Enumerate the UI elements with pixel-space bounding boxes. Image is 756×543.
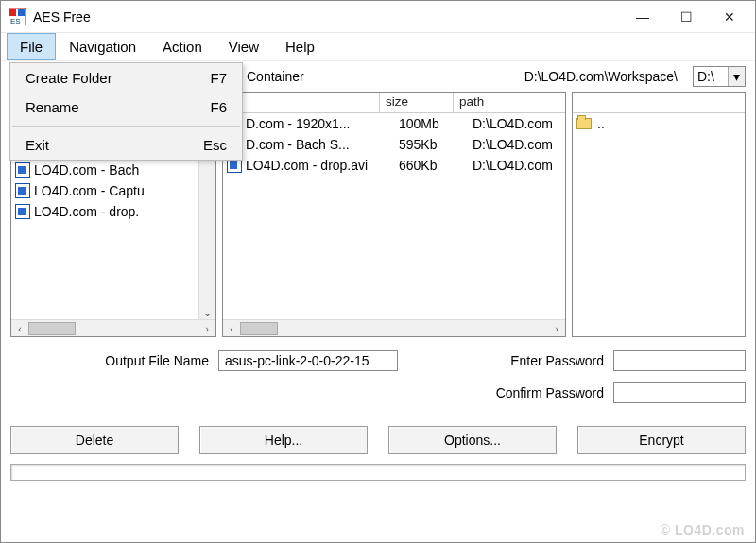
file-icon — [15, 162, 30, 178]
scrollbar-horizontal[interactable]: ‹ › — [11, 319, 215, 336]
folder-up-icon — [576, 118, 592, 129]
cell-size: 100Mb — [399, 116, 472, 131]
chevron-right-icon: › — [198, 323, 215, 334]
file-icon — [15, 183, 30, 198]
button-row: Delete Help... Options... Encrypt — [1, 420, 755, 462]
menu-action[interactable]: Action — [149, 33, 215, 60]
list-item[interactable]: LO4D.com - drop. — [11, 201, 215, 222]
chevron-down-icon: ⌄ — [203, 307, 212, 319]
right-file-list[interactable]: .. — [573, 113, 745, 336]
form-area: Output File Name Enter Password Confirm … — [1, 337, 755, 420]
folder-up-label: .. — [597, 116, 605, 131]
titlebar: ES AES Free — ☐ ✕ — [1, 1, 755, 33]
window-controls: — ☐ ✕ — [621, 1, 751, 32]
confirm-password-input[interactable] — [613, 382, 746, 403]
col-size[interactable]: size — [380, 93, 454, 112]
chevron-left-icon: ‹ — [11, 323, 28, 334]
window-title: AES Free — [33, 9, 91, 25]
right-pane: .. — [572, 92, 746, 337]
menu-item-label: Create Folder — [26, 70, 210, 86]
menu-help[interactable]: Help — [272, 33, 328, 60]
cell-name: D.com - 1920x1... — [246, 116, 399, 131]
menu-separator — [12, 126, 240, 127]
col-path[interactable]: path — [454, 93, 565, 112]
scroll-thumb[interactable] — [28, 322, 76, 335]
menu-item-label: Rename — [26, 99, 210, 115]
column-headers — [573, 93, 745, 113]
delete-button[interactable]: Delete — [10, 426, 179, 454]
chevron-right-icon: › — [548, 323, 565, 334]
close-button[interactable]: ✕ — [708, 1, 751, 32]
folder-up[interactable]: .. — [573, 113, 745, 134]
table-row[interactable]: LO4D.com - drop.avi 660Kb D:\LO4D.com — [223, 155, 565, 176]
svg-rect-2 — [18, 9, 25, 16]
file-name: LO4D.com - Bach — [34, 162, 139, 178]
chevron-down-icon: ▾ — [728, 67, 745, 86]
cell-name: LO4D.com - drop.avi — [246, 158, 399, 173]
scroll-thumb[interactable] — [240, 322, 278, 335]
minimize-button[interactable]: — — [621, 1, 664, 32]
file-name: LO4D.com - drop. — [34, 204, 139, 219]
menu-file[interactable]: File — [7, 33, 56, 60]
cell-path: D:\LO4D.com — [472, 158, 561, 173]
cell-path: D:\LO4D.com — [472, 116, 561, 131]
enter-password-input[interactable] — [613, 350, 746, 371]
menu-create-folder[interactable]: Create Folder F7 — [10, 63, 242, 93]
menu-item-label: Exit — [26, 137, 203, 153]
app-window: ES AES Free — ☐ ✕ File Navigation Action… — [0, 0, 756, 543]
menu-navigation[interactable]: Navigation — [56, 33, 149, 60]
col-name[interactable] — [223, 93, 380, 112]
help-button[interactable]: Help... — [199, 426, 368, 454]
drive-select[interactable]: D:\ ▾ — [693, 66, 746, 87]
cell-size: 595Kb — [399, 137, 472, 152]
chevron-left-icon: ‹ — [223, 323, 240, 334]
container-path: D:\LO4D.com\Workspace\ — [387, 69, 685, 84]
app-icon: ES — [9, 8, 26, 25]
menu-item-accel: Esc — [203, 137, 227, 153]
enter-password-label: Enter Password — [481, 353, 604, 368]
output-filename-label: Output File Name — [10, 353, 209, 368]
file-menu-dropdown: Create Folder F7 Rename F6 Exit Esc — [9, 62, 243, 161]
menu-item-accel: F6 — [210, 99, 227, 115]
watermark: © LO4D.com — [661, 522, 745, 537]
menu-item-accel: F7 — [210, 70, 227, 86]
maximize-button[interactable]: ☐ — [664, 1, 708, 32]
file-name: LO4D.com - Captu — [34, 183, 145, 198]
options-button[interactable]: Options... — [388, 426, 557, 454]
cell-size: 660Kb — [399, 158, 472, 173]
middle-pane: size path D.com - 1920x1... 100Mb D:\LO4… — [222, 92, 566, 337]
table-row[interactable]: D.com - 1920x1... 100Mb D:\LO4D.com — [223, 113, 565, 134]
list-item[interactable]: LO4D.com - Bach — [11, 160, 215, 180]
confirm-password-label: Confirm Password — [481, 385, 604, 400]
output-filename-input[interactable] — [218, 350, 398, 371]
svg-text:ES: ES — [10, 17, 21, 25]
table-row[interactable]: D.com - Bach S... 595Kb D:\LO4D.com — [223, 134, 565, 155]
encrypt-button[interactable]: Encrypt — [577, 426, 746, 454]
file-icon — [15, 204, 30, 219]
cell-name: D.com - Bach S... — [246, 137, 399, 152]
menu-view[interactable]: View — [215, 33, 272, 60]
menubar: File Navigation Action View Help — [1, 33, 755, 61]
menu-exit[interactable]: Exit Esc — [10, 130, 242, 160]
svg-rect-1 — [9, 9, 16, 16]
list-item[interactable]: LO4D.com - Captu — [11, 180, 215, 201]
drive-value: D:\ — [697, 69, 714, 84]
column-headers: size path — [223, 93, 565, 113]
progress-bar — [10, 464, 746, 481]
scrollbar-horizontal[interactable]: ‹ › — [223, 319, 565, 336]
cell-path: D:\LO4D.com — [472, 137, 561, 152]
container-label: Container — [247, 69, 380, 84]
menu-rename[interactable]: Rename F6 — [10, 93, 242, 122]
middle-file-list[interactable]: D.com - 1920x1... 100Mb D:\LO4D.com D.co… — [223, 113, 565, 319]
